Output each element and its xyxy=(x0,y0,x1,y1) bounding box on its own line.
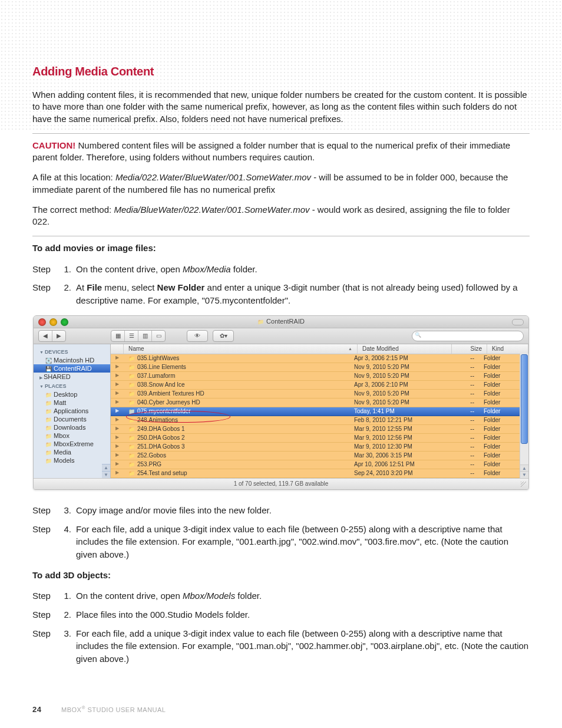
column-spacer xyxy=(111,344,124,354)
caution-text: Numbered content files will be assigned … xyxy=(32,140,510,162)
table-row[interactable]: ▶ 248.Animations Feb 8, 2010 12:21 PM --… xyxy=(111,416,520,425)
column-header-kind[interactable]: Kind xyxy=(487,344,528,354)
scroll-down-button[interactable]: ▼ xyxy=(102,471,110,478)
file-name: 035.LightWaves xyxy=(124,354,349,363)
sidebar-item[interactable]: MboxExtreme xyxy=(34,440,110,448)
column-header-name[interactable]: Name▲ xyxy=(124,344,358,354)
file-name: 040.Cyber Journeys HD xyxy=(124,398,349,407)
step-number: 1. xyxy=(61,589,71,602)
file-name: 039.Ambient Textures HD xyxy=(124,390,349,398)
file-size: -- xyxy=(444,354,479,363)
file-date: Apr 3, 2006 2:15 PM xyxy=(349,354,444,363)
toolbar-pill-button[interactable] xyxy=(512,319,524,325)
disclosure-triangle-icon[interactable]: ▶ xyxy=(111,452,124,460)
steps-movies-1-2: Step 1. On the content drive, open Mbox/… xyxy=(32,263,530,307)
finder-window: ContentRAID ◀ ▶ ▦ ☰ ▥ ▭ 👁 ✿▾ xyxy=(33,315,529,490)
file-size: -- xyxy=(444,469,479,477)
disclosure-triangle-icon[interactable]: ▶ xyxy=(111,398,124,407)
sidebar-section-devices[interactable]: DEVICES xyxy=(34,347,110,356)
file-kind: Folder xyxy=(479,452,520,460)
file-name: 248.Animations xyxy=(124,416,349,424)
file-kind: Folder xyxy=(479,443,520,451)
disclosure-triangle-icon[interactable]: ▶ xyxy=(111,460,124,469)
file-kind: Folder xyxy=(479,354,520,363)
file-size: -- xyxy=(444,425,479,433)
example-paragraph-1: A file at this location: Media/022.Water… xyxy=(32,172,530,196)
file-size: -- xyxy=(444,363,479,371)
disclosure-triangle-icon[interactable]: ▶ xyxy=(111,425,124,433)
column-view-button[interactable]: ▥ xyxy=(138,331,152,341)
scroll-thumb[interactable] xyxy=(521,354,528,444)
titlebar[interactable]: ContentRAID xyxy=(34,316,528,328)
sidebar-item[interactable]: Desktop xyxy=(34,390,110,398)
disclosure-triangle-icon[interactable]: ▶ xyxy=(111,469,124,477)
action-menu-button[interactable]: ✿▾ xyxy=(213,331,233,341)
step-text: For each file, add a unique 3-digit inde… xyxy=(76,627,530,666)
sidebar-item[interactable]: Matt xyxy=(34,398,110,407)
resize-grip[interactable] xyxy=(521,482,527,488)
back-button[interactable]: ◀ xyxy=(39,331,52,341)
coverflow-view-button[interactable]: ▭ xyxy=(152,331,165,341)
table-row[interactable]: ▶ 250.DHA Gobos 2 Mar 9, 2010 12:56 PM -… xyxy=(111,434,520,443)
disclosure-triangle-icon[interactable]: ▶ xyxy=(111,416,124,424)
disclosure-triangle-icon[interactable]: ▶ xyxy=(111,363,124,371)
scroll-up-button[interactable]: ▲ xyxy=(102,464,110,471)
sidebar-section-places[interactable]: PLACES xyxy=(34,381,110,390)
file-date: Nov 9, 2010 5:20 PM xyxy=(349,363,444,371)
file-date: Mar 9, 2010 12:30 PM xyxy=(349,443,444,451)
table-row[interactable]: ▶ 040.Cyber Journeys HD Nov 9, 2010 5:20… xyxy=(111,398,520,407)
disclosure-triangle-icon[interactable]: ▶ xyxy=(111,407,124,416)
disclosure-triangle-icon[interactable]: ▶ xyxy=(111,390,124,398)
icon-view-button[interactable]: ▦ xyxy=(111,331,125,341)
steps-3d: Step 1. On the content drive, open Mbox/… xyxy=(32,589,530,666)
sidebar-item[interactable]: Models xyxy=(34,456,110,465)
list-view-button[interactable]: ☰ xyxy=(125,331,138,341)
table-row[interactable]: ▶ 035.LightWaves Apr 3, 2006 2:15 PM -- … xyxy=(111,354,520,363)
file-kind: Folder xyxy=(479,398,520,407)
column-header-size[interactable]: Size xyxy=(452,344,487,354)
scroll-down-button[interactable]: ▼ xyxy=(520,471,528,478)
sidebar: DEVICES Macintosh HDContentRAID SHARED P… xyxy=(34,344,111,478)
table-row[interactable]: ▶ 249.DHA Gobos 1 Mar 9, 2010 12:55 PM -… xyxy=(111,425,520,434)
search-input[interactable] xyxy=(412,331,524,341)
caution-label: CAUTION! xyxy=(32,140,75,150)
file-size: -- xyxy=(444,372,479,380)
step-label: Step xyxy=(32,281,56,307)
file-date: Apr 10, 2006 12:51 PM xyxy=(349,460,444,469)
sidebar-item[interactable]: Applications xyxy=(34,407,110,415)
table-row[interactable]: ▶ 253.PRG Apr 10, 2006 12:51 PM -- Folde… xyxy=(111,460,520,469)
table-row[interactable]: ▶ 036.Line Elements Nov 9, 2010 5:20 PM … xyxy=(111,363,520,372)
sidebar-item[interactable]: ContentRAID xyxy=(34,364,110,373)
table-row[interactable]: ▶ 037.Lumaform Nov 9, 2010 5:20 PM -- Fo… xyxy=(111,372,520,381)
disclosure-triangle-icon[interactable]: ▶ xyxy=(111,443,124,451)
vertical-scrollbar[interactable]: ▲ ▼ xyxy=(520,354,528,478)
table-row[interactable]: ▶ 251.DHA Gobos 3 Mar 9, 2010 12:30 PM -… xyxy=(111,443,520,452)
page-footer: 24 MBOX® STUDIO USER MANUAL xyxy=(32,705,166,714)
file-name: 254.Test and setup xyxy=(124,469,349,477)
file-kind: Folder xyxy=(479,469,520,477)
file-path: Media/BlueWater/022.Water/001.SomeWater.… xyxy=(114,205,309,215)
disclosure-triangle-icon[interactable]: ▶ xyxy=(111,434,124,442)
subhead-movies: To add movies or image files: xyxy=(32,242,530,254)
forward-button[interactable]: ▶ xyxy=(52,331,65,341)
sidebar-item[interactable]: Documents xyxy=(34,415,110,423)
sidebar-item[interactable]: Mbox xyxy=(34,431,110,440)
sidebar-item[interactable]: Macintosh HD xyxy=(34,356,110,364)
disclosure-triangle-icon[interactable]: ▶ xyxy=(111,354,124,363)
table-row[interactable]: ▶ 254.Test and setup Sep 24, 2010 3:20 P… xyxy=(111,469,520,478)
table-row[interactable]: ▶ 039.Ambient Textures HD Nov 9, 2010 5:… xyxy=(111,390,520,398)
view-buttons: ▦ ☰ ▥ ▭ xyxy=(111,330,166,342)
quicklook-button[interactable]: 👁 xyxy=(187,331,207,341)
column-header-date[interactable]: Date Modified xyxy=(358,344,452,354)
file-name: 038.Snow And Ice xyxy=(124,381,349,389)
disclosure-triangle-icon[interactable]: ▶ xyxy=(111,372,124,380)
step-text: On the content drive, open Mbox/Models f… xyxy=(76,589,530,602)
sidebar-item[interactable]: Media xyxy=(34,448,110,456)
disclosure-triangle-icon[interactable]: ▶ xyxy=(111,381,124,389)
file-kind: Folder xyxy=(479,425,520,433)
sidebar-item[interactable]: Downloads xyxy=(34,423,110,431)
table-row[interactable]: ▶ 252.Gobos Mar 30, 2006 3:15 PM -- Fold… xyxy=(111,452,520,460)
table-row[interactable]: ▶ 075.mycontentfolder Today, 1:41 PM -- … xyxy=(111,407,520,416)
sidebar-section-shared[interactable]: SHARED xyxy=(34,373,110,381)
table-row[interactable]: ▶ 038.Snow And Ice Apr 3, 2006 2:10 PM -… xyxy=(111,381,520,390)
